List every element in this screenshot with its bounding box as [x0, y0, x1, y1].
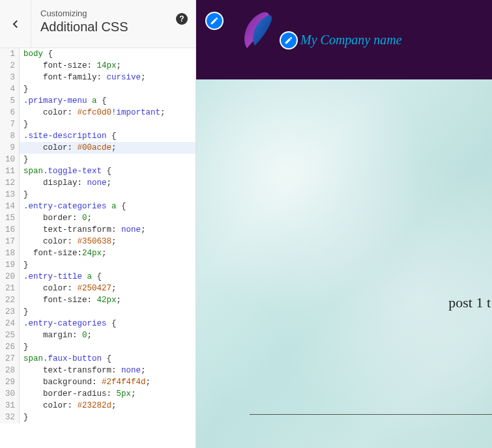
code-line[interactable]: 14.entry-categories a {: [0, 201, 195, 212]
code-text[interactable]: .entry-categories {: [20, 318, 117, 329]
code-text[interactable]: color: #00acde;: [20, 142, 117, 154]
code-line[interactable]: 25 margin: 0;: [0, 329, 195, 341]
line-number: 28: [0, 365, 20, 376]
code-line[interactable]: 5.primary-menu a {: [0, 95, 195, 107]
code-line[interactable]: 10}: [0, 154, 195, 165]
code-text[interactable]: body {: [20, 48, 53, 60]
code-line[interactable]: 12 display: none;: [0, 177, 195, 189]
line-number: 4: [0, 83, 20, 95]
code-text[interactable]: }: [20, 412, 29, 423]
line-number: 20: [0, 271, 20, 283]
code-line[interactable]: 30 border-radius: 5px;: [0, 388, 195, 400]
line-number: 6: [0, 107, 20, 119]
code-text[interactable]: color: #250427;: [20, 283, 117, 294]
code-text[interactable]: background: #2f4f4f4d;: [20, 376, 151, 388]
code-line[interactable]: 16 text-transform: none;: [0, 224, 195, 236]
customizer-sidebar: Customizing Additional CSS ? 1body {2 fo…: [0, 0, 196, 448]
line-number: 21: [0, 283, 20, 294]
line-number: 31: [0, 400, 20, 412]
line-number: 26: [0, 341, 20, 353]
code-line[interactable]: 6 color: #cfc0d0!important;: [0, 107, 195, 119]
code-line[interactable]: 22 font-size: 42px;: [0, 294, 195, 306]
code-line[interactable]: 1body {: [0, 48, 195, 60]
preview-header: My Company name: [196, 0, 492, 79]
code-text[interactable]: }: [20, 259, 29, 271]
code-text[interactable]: }: [20, 306, 29, 318]
code-line[interactable]: 9 color: #00acde;: [0, 142, 195, 154]
chevron-left-icon: [10, 18, 22, 30]
pencil-icon: [210, 16, 219, 25]
line-number: 23: [0, 306, 20, 318]
code-line[interactable]: 3 font-family: cursive;: [0, 72, 195, 83]
line-number: 17: [0, 236, 20, 247]
code-text[interactable]: display: none;: [20, 177, 111, 189]
code-line[interactable]: 19}: [0, 259, 195, 271]
code-text[interactable]: color: #350638;: [20, 236, 117, 247]
code-line[interactable]: 11span.toggle-text {: [0, 165, 195, 177]
code-line[interactable]: 32}: [0, 412, 195, 423]
edit-shortcut-logo[interactable]: [205, 12, 224, 30]
code-text[interactable]: border-radius: 5px;: [20, 388, 136, 400]
code-text[interactable]: text-transform: none;: [20, 224, 146, 236]
line-number: 24: [0, 318, 20, 329]
code-text[interactable]: font-family: cursive;: [20, 72, 146, 83]
code-text[interactable]: font-size: 42px;: [20, 294, 121, 306]
code-line[interactable]: 26}: [0, 341, 195, 353]
code-text[interactable]: .entry-categories a {: [20, 201, 126, 212]
code-text[interactable]: }: [20, 154, 29, 165]
line-number: 8: [0, 130, 20, 142]
code-text[interactable]: }: [20, 119, 29, 130]
code-line[interactable]: 13}: [0, 189, 195, 201]
code-line[interactable]: 8.site-description {: [0, 130, 195, 142]
code-line[interactable]: 31 color: #23282d;: [0, 400, 195, 412]
code-line[interactable]: 27span.faux-button {: [0, 353, 195, 365]
code-text[interactable]: span.faux-button {: [20, 353, 111, 365]
line-number: 29: [0, 376, 20, 388]
code-line[interactable]: 15 border: 0;: [0, 212, 195, 224]
code-line[interactable]: 7}: [0, 119, 195, 130]
code-line[interactable]: 17 color: #350638;: [0, 236, 195, 247]
line-number: 11: [0, 165, 20, 177]
code-text[interactable]: }: [20, 341, 29, 353]
line-number: 9: [0, 142, 20, 154]
code-text[interactable]: .primary-menu a {: [20, 95, 107, 107]
line-number: 2: [0, 60, 20, 72]
code-text[interactable]: .site-description {: [20, 130, 117, 142]
breadcrumb: Customizing: [40, 8, 186, 18]
code-text[interactable]: color: #23282d;: [20, 400, 117, 412]
code-line[interactable]: 29 background: #2f4f4f4d;: [0, 376, 195, 388]
code-text[interactable]: font-size: 14px;: [20, 60, 121, 72]
code-line[interactable]: 18 font-size:24px;: [0, 247, 195, 259]
code-text[interactable]: margin: 0;: [20, 329, 92, 341]
site-logo[interactable]: [235, 9, 274, 52]
edit-shortcut-title[interactable]: [280, 31, 298, 49]
back-button[interactable]: [0, 0, 31, 48]
line-number: 12: [0, 177, 20, 189]
code-text[interactable]: .entry-title a {: [20, 271, 102, 283]
logo-icon: [235, 9, 274, 52]
line-number: 22: [0, 294, 20, 306]
post-divider: [250, 414, 492, 415]
help-icon[interactable]: ?: [176, 13, 188, 25]
site-title[interactable]: My Company name: [300, 33, 402, 48]
code-line[interactable]: 2 font-size: 14px;: [0, 60, 195, 72]
code-line[interactable]: 28 text-transform: none;: [0, 365, 195, 376]
code-text[interactable]: }: [20, 189, 29, 201]
code-text[interactable]: }: [20, 83, 29, 95]
code-text[interactable]: border: 0;: [20, 212, 92, 224]
site-preview: My Company name post 1 t: [196, 0, 492, 448]
code-line[interactable]: 24.entry-categories {: [0, 318, 195, 329]
line-number: 1: [0, 48, 20, 60]
post-title[interactable]: post 1 t: [448, 294, 492, 311]
code-line[interactable]: 23}: [0, 306, 195, 318]
code-text[interactable]: font-size:24px;: [20, 247, 107, 259]
code-line[interactable]: 20.entry-title a {: [0, 271, 195, 283]
code-text[interactable]: color: #cfc0d0!important;: [20, 107, 166, 119]
sidebar-header: Customizing Additional CSS ?: [0, 0, 195, 48]
css-editor[interactable]: 1body {2 font-size: 14px;3 font-family: …: [0, 48, 195, 448]
code-text[interactable]: text-transform: none;: [20, 365, 146, 376]
line-number: 3: [0, 72, 20, 83]
code-text[interactable]: span.toggle-text {: [20, 165, 111, 177]
code-line[interactable]: 4}: [0, 83, 195, 95]
code-line[interactable]: 21 color: #250427;: [0, 283, 195, 294]
